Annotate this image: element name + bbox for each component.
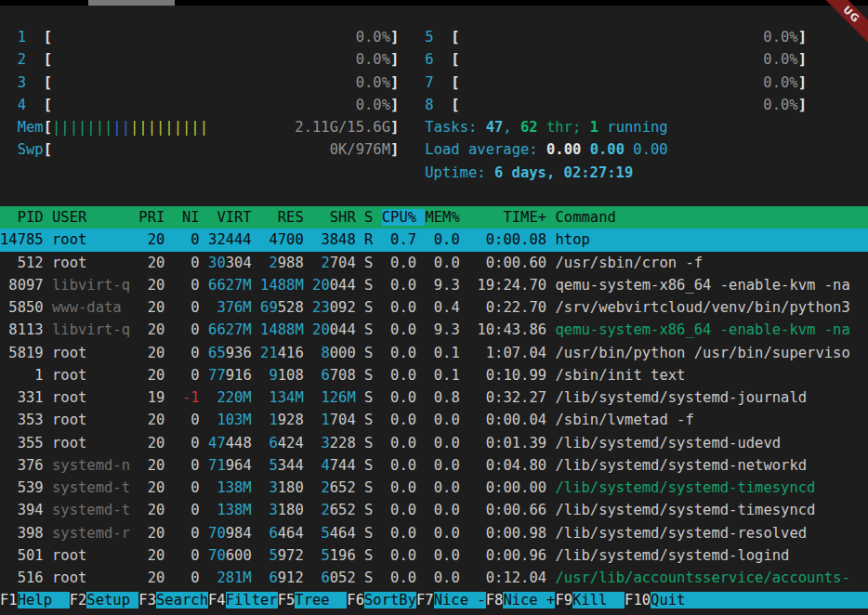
- process-row-376[interactable]: 376 systemd-n 20 0 71964 5344 4744 S 0.0…: [0, 454, 868, 477]
- top-bar-handle: [88, 0, 175, 6]
- fkey-f8-key[interactable]: F8: [486, 592, 504, 608]
- fkey-f2-key[interactable]: F2: [70, 592, 87, 608]
- cell-command: qemu-system-x86_64 -enable-kvm -na: [555, 277, 849, 294]
- cell-virt: 77: [208, 367, 226, 384]
- cpu-6-label: 6: [425, 51, 433, 68]
- process-row-539[interactable]: 539 systemd-t 20 0 138M 3180 2652 S 0.0 …: [0, 477, 868, 499]
- meter-open-bracket: [: [451, 74, 459, 91]
- process-row-355[interactable]: 355 root 20 0 47448 6424 3228 S 0.0 0.0 …: [0, 432, 868, 454]
- cell-user: root: [52, 345, 130, 361]
- cell-ni: 0: [174, 345, 200, 361]
- cell-time: 0:01.39: [468, 435, 546, 451]
- fkey-f10-key[interactable]: F10: [625, 592, 651, 608]
- fkey-f4-key[interactable]: F4: [208, 592, 226, 608]
- cell-time: 1:07.04: [468, 345, 546, 361]
- column-header-pri[interactable]: PRI: [138, 209, 164, 226]
- cell-mem: 0.4: [425, 299, 459, 316]
- cell-ni: 0: [174, 457, 200, 474]
- cell-user: root: [52, 547, 130, 564]
- process-row-8097[interactable]: 8097 libvirt-q 20 0 6627M 1488M 20044 S …: [0, 274, 868, 296]
- fkey-f5-key[interactable]: F5: [278, 592, 296, 608]
- function-key-bar: F1Help F2Setup F3SearchF4FilterF5Tree F6…: [0, 589, 868, 611]
- fkey-nice--button[interactable]: Nice -: [434, 592, 486, 608]
- cell-command: /srv/webvirtcloud/venv/bin/python3: [555, 299, 849, 316]
- process-row-1[interactable]: 1 root 20 0 77916 9108 6708 S 0.0 0.1 0:…: [0, 364, 868, 386]
- cell-pri: 20: [138, 547, 164, 564]
- mem-bar-yellow: |||||||||: [130, 119, 208, 136]
- column-header-cpupct[interactable]: CPU%: [382, 209, 416, 226]
- cell-time: 0:22.70: [468, 299, 546, 316]
- cell-pid: 8097: [0, 277, 44, 294]
- fkey-f6-key[interactable]: F6: [347, 592, 364, 608]
- process-row-353[interactable]: 353 root 20 0 103M 1928 1704 S 0.0 0.0 0…: [0, 409, 868, 431]
- cell-virt: 281M: [208, 569, 252, 586]
- process-row-398[interactable]: 398 systemd-r 20 0 70984 6464 5464 S 0.0…: [0, 522, 868, 544]
- cell-ni: 0: [174, 547, 200, 564]
- process-row-516[interactable]: 516 root 20 0 281M 6912 6052 S 0.0 0.0 0…: [0, 567, 868, 589]
- fkey-setup-button[interactable]: Setup: [86, 592, 138, 608]
- meter-open-bracket: [: [44, 74, 52, 91]
- cell-ni: 0: [174, 412, 200, 428]
- cell-user: libvirt-q: [52, 277, 130, 294]
- cell-command: qemu-system-x86_64 -enable-kvm -na: [555, 321, 849, 338]
- cell-pid: 512: [0, 255, 44, 271]
- tasks-threads: 62: [520, 119, 538, 136]
- cell-cpu: 0.0: [382, 525, 416, 542]
- fkey-filter-button[interactable]: Filter: [226, 592, 278, 608]
- column-header-ni[interactable]: NI: [174, 209, 200, 226]
- fkey-kill-button[interactable]: Kill: [572, 592, 625, 608]
- meter-open-bracket: [: [44, 51, 52, 68]
- cpu-3-value: 0.0%: [356, 74, 390, 91]
- meter-open-bracket: [: [451, 97, 459, 113]
- fkey-f9-key[interactable]: F9: [555, 592, 572, 608]
- process-row-512[interactable]: 512 root 20 0 30304 2988 2704 S 0.0 0.0 …: [0, 252, 868, 274]
- fkey-nice--button[interactable]: Nice +: [503, 592, 555, 608]
- fkey-search-button[interactable]: Search: [156, 592, 208, 608]
- process-row-8113[interactable]: 8113 libvirt-q 20 0 6627M 1488M 20044 S …: [0, 319, 868, 341]
- process-row-14785[interactable]: 14785 root 20 0 32444 4700 3848 R 0.7 0.…: [0, 229, 868, 251]
- cell-cpu: 0.0: [382, 547, 416, 564]
- fkey-bar-fill: [685, 592, 868, 608]
- fkey-quit-button[interactable]: Quit: [651, 592, 685, 608]
- column-header-user[interactable]: USER: [52, 209, 130, 226]
- cell-command: /usr/lib/accountsservice/accounts-: [555, 569, 849, 586]
- cell-pid: 516: [0, 569, 44, 586]
- column-header-command[interactable]: Command: [555, 209, 615, 226]
- fkey-help-button[interactable]: Help: [18, 592, 70, 608]
- column-header-mempct[interactable]: MEM%: [425, 209, 459, 226]
- fkey-f7-key[interactable]: F7: [416, 592, 434, 608]
- cell-user: root: [52, 367, 130, 384]
- process-row-5850[interactable]: 5850 www-data 20 0 376M 69528 23092 S 0.…: [0, 296, 868, 319]
- process-row-331[interactable]: 331 root 19 -1 220M 134M 126M S 0.0 0.8 …: [0, 386, 868, 409]
- cell-cpu: 0.0: [382, 457, 416, 474]
- cell-command: /lib/systemd/systemd-timesyncd: [555, 502, 815, 518]
- cpu-5-label: 5: [425, 29, 433, 46]
- load-15min: 0.00: [633, 141, 667, 158]
- cell-shr: 23: [312, 299, 330, 316]
- column-header-res[interactable]: RES: [260, 209, 304, 226]
- meter-close-bracket: ]: [798, 97, 807, 113]
- fkey-tree-button[interactable]: Tree: [295, 592, 347, 608]
- cell-shr: 5: [312, 547, 330, 564]
- meter-close-bracket: ]: [390, 29, 399, 46]
- cpu-4-value: 0.0%: [356, 97, 390, 113]
- fkey-sortby-button[interactable]: SortBy: [364, 592, 416, 608]
- cell-pid: 5819: [0, 345, 44, 361]
- meter-close-bracket: ]: [390, 141, 399, 158]
- cell-pri: 20: [138, 412, 164, 428]
- column-header-virt[interactable]: VIRT: [208, 209, 252, 226]
- cell-time: 0:12.04: [468, 569, 546, 586]
- column-header-timeplus[interactable]: TIME+: [468, 209, 546, 226]
- fkey-f1-key[interactable]: F1: [0, 592, 18, 608]
- cpu-meter-row-1-5: 1 [ 0.0%] 5 [ 0.0%]: [0, 26, 868, 48]
- uptime-label: Uptime:: [425, 164, 494, 181]
- cell-pid: 353: [0, 412, 44, 428]
- column-header-pid[interactable]: PID: [0, 209, 44, 226]
- column-header-shr[interactable]: SHR: [312, 209, 356, 226]
- process-row-394[interactable]: 394 systemd-t 20 0 138M 3180 2652 S 0.0 …: [0, 499, 868, 521]
- cell-user: systemd-r: [52, 525, 130, 542]
- fkey-f3-key[interactable]: F3: [138, 592, 156, 608]
- process-row-5819[interactable]: 5819 root 20 0 65936 21416 8000 S 0.0 0.…: [0, 342, 868, 364]
- process-row-501[interactable]: 501 root 20 0 70600 5972 5196 S 0.0 0.0 …: [0, 544, 868, 567]
- cell-cpu: 0.0: [382, 299, 416, 316]
